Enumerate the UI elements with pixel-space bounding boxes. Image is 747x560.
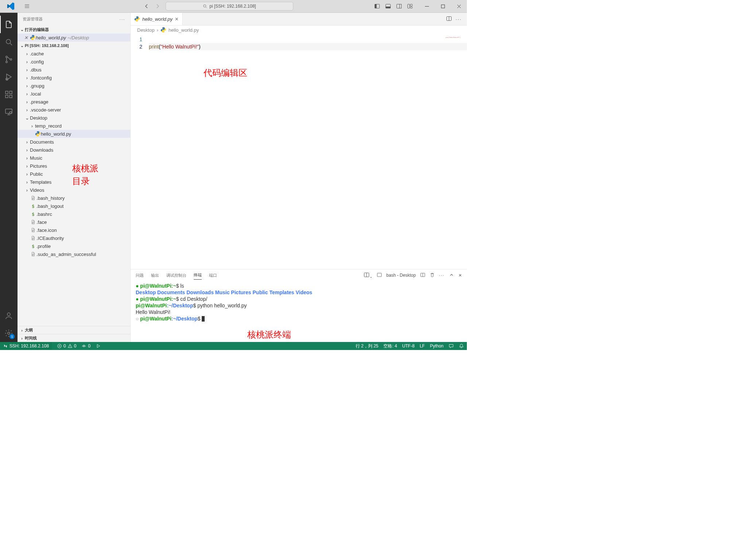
tree-item[interactable]: .bash_history	[18, 194, 130, 202]
minimap[interactable]: print("Hello WalnutPi!")	[446, 36, 460, 38]
tree-item[interactable]: .ICEauthority	[18, 234, 130, 242]
tree-item[interactable]: .sudo_as_admin_successful	[18, 250, 130, 258]
tab-hello-world[interactable]: hello_world.py ✕	[131, 13, 183, 25]
settings-badge: 1	[9, 334, 15, 339]
window-close-button[interactable]	[451, 0, 467, 13]
panel-tab-ports[interactable]: 端口	[209, 271, 217, 280]
tree-item[interactable]: ›Templates	[18, 178, 130, 186]
toggle-primary-sidebar-icon[interactable]	[372, 1, 382, 11]
tree-item[interactable]: ›.local	[18, 90, 130, 98]
panel-tab-problems[interactable]: 问题	[136, 271, 144, 280]
activity-settings[interactable]: 1	[0, 324, 18, 342]
menu-icon[interactable]	[21, 3, 33, 9]
tree-item[interactable]: $.bash_logout	[18, 202, 130, 210]
tree-item[interactable]: hello_world.py	[18, 130, 130, 138]
status-remote[interactable]: SSH: 192.168.2.108	[0, 342, 52, 350]
sidebar-more-icon[interactable]: ···	[120, 17, 125, 22]
status-feedback-icon[interactable]	[449, 343, 454, 349]
split-editor-icon[interactable]	[446, 16, 452, 23]
toggle-panel-icon[interactable]	[383, 1, 393, 11]
tree-item[interactable]: ›.cache	[18, 50, 130, 58]
svg-rect-18	[9, 95, 12, 98]
window-minimize-button[interactable]	[419, 0, 435, 13]
nav-forward-icon[interactable]	[153, 2, 162, 11]
open-editors-section[interactable]: ⌄打开的编辑器	[18, 26, 130, 34]
panel-close-icon[interactable]: ✕	[458, 273, 462, 278]
layout-controls	[372, 1, 415, 11]
activity-extensions[interactable]	[0, 86, 18, 103]
timeline-section[interactable]: ›时间线	[18, 334, 130, 342]
toggle-secondary-sidebar-icon[interactable]	[394, 1, 404, 11]
editor-area: hello_world.py ✕ ··· Desktop › hello_wor…	[131, 13, 467, 342]
tree-item[interactable]: ›.presage	[18, 98, 130, 106]
tree-item[interactable]: ›Videos	[18, 186, 130, 194]
tree-item[interactable]: ›.gnupg	[18, 82, 130, 90]
open-editor-item[interactable]: ✕ hello_world.py ~/Desktop	[18, 34, 130, 42]
activity-accounts[interactable]	[0, 307, 18, 324]
activity-remote-explorer[interactable]	[0, 103, 18, 121]
workspace-section[interactable]: ⌄PI [SSH: 192.168.2.108]	[18, 42, 130, 50]
svg-point-26	[136, 17, 136, 17]
python-icon	[30, 35, 36, 40]
window-maximize-button[interactable]	[435, 0, 451, 13]
editor-more-icon[interactable]: ···	[456, 16, 462, 22]
terminal-split-icon[interactable]: ⌄	[364, 272, 372, 279]
status-debug[interactable]	[96, 343, 101, 349]
chevron-right-icon: ›	[157, 27, 158, 33]
command-center[interactable]: pi [SSH: 192.168.2.108]	[166, 2, 293, 11]
python-icon	[134, 16, 140, 22]
tree-item[interactable]: ›Pictures	[18, 162, 130, 170]
tree-item[interactable]: ⌄Desktop	[18, 114, 130, 122]
panel-tab-debug[interactable]: 调试控制台	[166, 271, 186, 280]
activity-source-control[interactable]	[0, 51, 18, 68]
outline-section[interactable]: ›大纲	[18, 326, 130, 334]
panel-more-icon[interactable]: ···	[439, 273, 445, 277]
status-language[interactable]: Python	[430, 343, 444, 349]
tree-item[interactable]: ›.fontconfig	[18, 74, 130, 82]
tab-close-icon[interactable]: ✕	[175, 16, 179, 22]
tree-item[interactable]: ›Documents	[18, 138, 130, 146]
status-indent[interactable]: 空格: 4	[383, 343, 397, 349]
tree-item[interactable]: ›Music	[18, 154, 130, 162]
activity-bar: 1	[0, 13, 18, 342]
terminal-name[interactable]: bash - Desktop	[386, 273, 416, 278]
status-bell-icon[interactable]	[459, 343, 464, 349]
tree-item[interactable]: ›.config	[18, 58, 130, 66]
close-icon[interactable]: ✕	[24, 35, 30, 40]
code-editor[interactable]: 1 2 print("Hello WalnutPi!") print("Hell…	[131, 34, 467, 269]
svg-point-27	[138, 20, 138, 21]
breadcrumb[interactable]: Desktop › hello_world.py	[131, 26, 467, 34]
terminal-kill-icon[interactable]	[430, 272, 435, 278]
svg-point-0	[204, 5, 206, 7]
customize-layout-icon[interactable]	[405, 1, 415, 11]
svg-point-14	[10, 59, 12, 60]
tree-item[interactable]: ›.vscode-server	[18, 106, 130, 114]
tree-item[interactable]: ›Downloads	[18, 146, 130, 154]
tree-item[interactable]: ›Public	[18, 170, 130, 178]
panel-tab-terminal[interactable]: 终端	[194, 271, 202, 280]
tree-item[interactable]: $.profile	[18, 242, 130, 250]
svg-rect-16	[5, 91, 8, 94]
svg-rect-9	[410, 7, 413, 8]
tree-item[interactable]: .face.icon	[18, 226, 130, 234]
terminal-layout-icon[interactable]	[420, 272, 425, 278]
tree-item[interactable]: .face	[18, 218, 130, 226]
activity-explorer[interactable]	[0, 16, 18, 33]
tree-item[interactable]: $.bashrc	[18, 210, 130, 218]
status-encoding[interactable]: UTF-8	[402, 343, 415, 349]
activity-run-debug[interactable]	[0, 68, 18, 86]
panel-maximize-icon[interactable]	[449, 272, 454, 278]
status-problems[interactable]: 0 0	[57, 343, 76, 349]
tree-item[interactable]: ›.dbus	[18, 66, 130, 74]
activity-search[interactable]	[0, 33, 18, 51]
status-ports[interactable]: 0	[81, 343, 90, 349]
terminal-profile-icon[interactable]	[377, 272, 382, 278]
terminal[interactable]: ● pi@WalnutPi:~$ ls Desktop Documents Do…	[131, 281, 467, 342]
status-cursor[interactable]: 行 2，列 25	[356, 343, 379, 349]
nav-back-icon[interactable]	[142, 2, 151, 11]
svg-point-25	[33, 39, 34, 39]
status-eol[interactable]: LF	[420, 343, 425, 349]
panel-tab-output[interactable]: 输出	[151, 271, 159, 280]
tree-item[interactable]: ›temp_record	[18, 122, 130, 130]
svg-rect-20	[5, 109, 12, 113]
